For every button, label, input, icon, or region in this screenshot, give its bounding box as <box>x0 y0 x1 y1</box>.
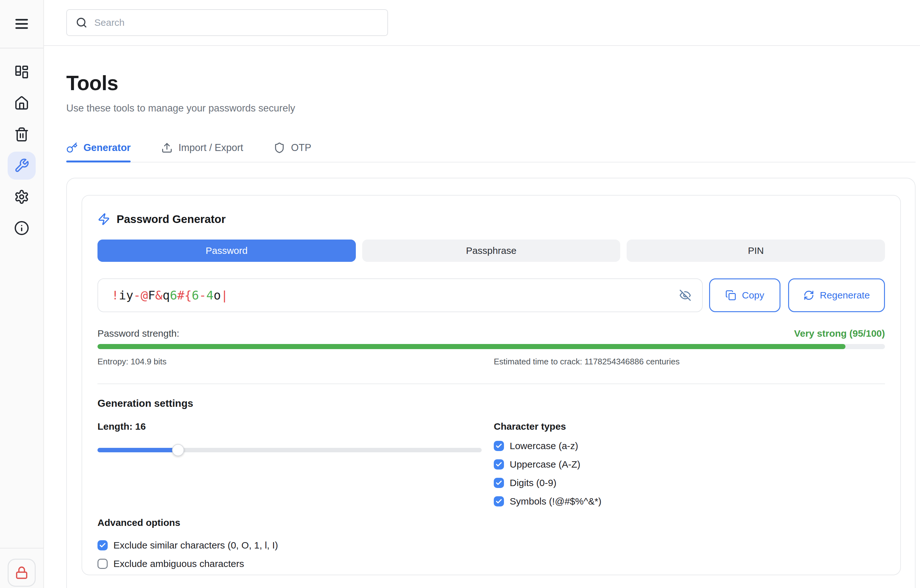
checkbox-label: Exclude similar characters (0, O, 1, l, … <box>113 540 278 551</box>
sidebar-item-trash[interactable] <box>8 120 36 149</box>
checkbox-row-uppercase: Uppercase (A-Z) <box>494 459 885 470</box>
strength-bar <box>97 344 885 349</box>
checkbox-row-symbols: Symbols (!@#$%^&*) <box>494 496 885 507</box>
mode-switcher: Password Passphrase PIN <box>97 240 885 262</box>
page-subtitle: Use these tools to manage your passwords… <box>66 102 915 114</box>
hide-password-button[interactable] <box>677 287 693 303</box>
copy-button[interactable]: Copy <box>709 279 781 312</box>
regenerate-button-label: Regenerate <box>820 290 870 301</box>
strength-bar-fill <box>97 344 845 349</box>
exclude-similar-checkbox[interactable] <box>97 540 108 551</box>
advanced-options-heading: Advanced options <box>97 517 885 529</box>
hamburger-icon <box>13 16 30 32</box>
length-column: Length: 16 <box>97 421 494 507</box>
tab-label: Import / Export <box>178 142 243 154</box>
tab-otp[interactable]: OTP <box>274 142 311 162</box>
checkbox-label: Exclude ambiguous characters <box>113 558 244 569</box>
mode-passphrase-button[interactable]: Passphrase <box>362 240 620 262</box>
search-box[interactable] <box>66 9 388 36</box>
strength-rating: Very strong (95/100) <box>794 328 885 339</box>
exclude-ambiguous-checkbox[interactable] <box>97 559 108 569</box>
home-icon <box>14 96 29 111</box>
mode-pin-button[interactable]: PIN <box>627 240 885 262</box>
divider <box>97 384 885 384</box>
zap-icon <box>97 213 110 225</box>
sidebar-item-dashboard[interactable] <box>8 58 36 86</box>
tab-label: OTP <box>291 142 311 154</box>
password-value: !iy-@F&q6#{6-4o| <box>112 288 228 302</box>
search-icon <box>76 17 87 28</box>
tab-label: Generator <box>83 142 131 154</box>
regenerate-button[interactable]: Regenerate <box>788 279 885 312</box>
tools-panel: Password Generator Password Passphrase P… <box>66 178 915 588</box>
slider-fill <box>97 448 178 452</box>
sidebar <box>0 0 44 588</box>
time-to-crack-text: Estimated time to crack: 1178254346886 c… <box>494 357 885 367</box>
page-content: Tools Use these tools to manage your pas… <box>44 71 920 588</box>
tab-generator[interactable]: Generator <box>66 142 131 162</box>
length-slider[interactable] <box>97 444 482 456</box>
length-label: Length: 16 <box>97 421 494 432</box>
character-types-column: Character types Lowercase (a-z) Uppercas… <box>494 421 885 507</box>
dashboard-icon <box>14 64 29 79</box>
tab-import-export[interactable]: Import / Export <box>161 142 243 162</box>
lock-vault-button[interactable] <box>8 559 36 587</box>
check-icon <box>496 479 502 486</box>
check-icon <box>496 442 502 449</box>
topbar <box>44 0 920 46</box>
password-output-field[interactable]: !iy-@F&q6#{6-4o| <box>97 279 703 312</box>
symbols-checkbox[interactable] <box>494 496 504 507</box>
strength-label: Password strength: <box>97 328 179 339</box>
shield-icon <box>274 142 285 154</box>
card-title: Password Generator <box>117 213 225 225</box>
menu-button[interactable] <box>13 16 30 32</box>
settings-grid: Length: 16 Character types Lowercase (a-… <box>97 421 885 507</box>
main-area: Tools Use these tools to manage your pas… <box>44 0 920 588</box>
sidebar-footer <box>0 548 43 588</box>
check-icon <box>99 542 106 549</box>
checkbox-label: Lowercase (a-z) <box>510 441 578 451</box>
upload-icon <box>161 142 173 154</box>
checkbox-row-digits: Digits (0-9) <box>494 477 885 489</box>
sidebar-item-settings[interactable] <box>8 183 36 211</box>
sidebar-item-tools[interactable] <box>8 152 36 180</box>
page-title: Tools <box>66 71 915 95</box>
copy-button-label: Copy <box>742 290 764 301</box>
sidebar-header <box>0 0 43 49</box>
checkbox-row-exclude-similar: Exclude similar characters (0, O, 1, l, … <box>97 539 885 551</box>
uppercase-checkbox[interactable] <box>494 459 504 470</box>
checkbox-row-lowercase: Lowercase (a-z) <box>494 440 885 452</box>
gear-icon <box>14 189 29 204</box>
check-icon <box>496 498 502 505</box>
card-heading: Password Generator <box>97 212 885 226</box>
check-icon <box>496 461 502 468</box>
generation-settings-heading: Generation settings <box>97 397 885 410</box>
strength-meta-row: Entropy: 104.9 bits Estimated time to cr… <box>97 357 885 366</box>
lowercase-checkbox[interactable] <box>494 441 504 451</box>
trash-icon <box>14 127 29 142</box>
digits-checkbox[interactable] <box>494 478 504 488</box>
character-types-heading: Character types <box>494 421 885 432</box>
wrench-icon <box>14 158 29 173</box>
mode-password-button[interactable]: Password <box>97 240 356 262</box>
copy-icon <box>726 290 736 301</box>
checkbox-label: Uppercase (A-Z) <box>510 459 580 470</box>
sidebar-nav <box>8 58 36 242</box>
refresh-icon <box>803 290 814 301</box>
key-icon <box>66 142 78 154</box>
checkbox-label: Symbols (!@#$%^&*) <box>510 496 601 507</box>
checkbox-label: Digits (0-9) <box>510 478 557 488</box>
eye-off-icon <box>679 289 691 301</box>
checkbox-row-exclude-ambiguous: Exclude ambiguous characters <box>97 558 885 570</box>
sidebar-item-home[interactable] <box>8 89 36 117</box>
sidebar-item-info[interactable] <box>8 214 36 242</box>
info-icon <box>14 220 29 236</box>
tab-bar: Generator Import / Export OTP <box>66 142 915 162</box>
password-row: !iy-@F&q6#{6-4o| Copy Regenerate <box>97 279 885 312</box>
search-input[interactable] <box>94 17 387 28</box>
password-generator-card: Password Generator Password Passphrase P… <box>81 195 901 575</box>
entropy-text: Entropy: 104.9 bits <box>97 357 494 367</box>
strength-row: Password strength: Very strong (95/100) <box>97 328 885 340</box>
lock-icon <box>15 566 28 579</box>
slider-thumb[interactable] <box>172 444 184 456</box>
